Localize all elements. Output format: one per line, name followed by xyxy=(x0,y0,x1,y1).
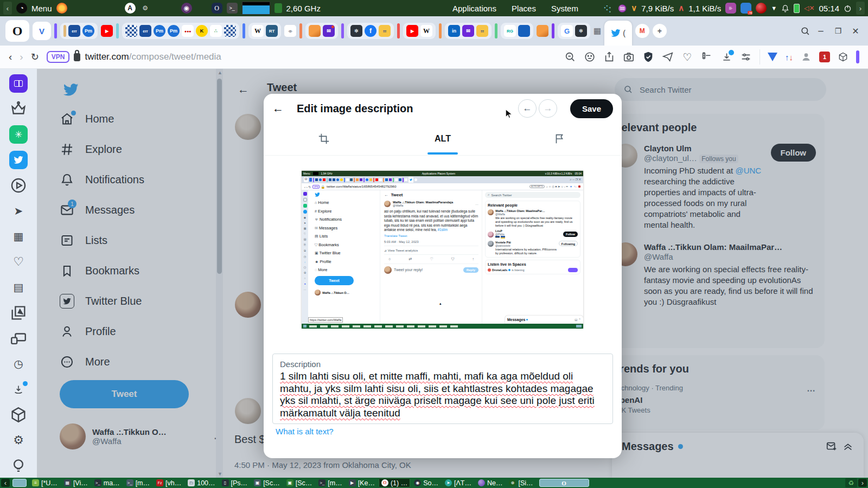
task-window[interactable]: 🗀100… xyxy=(185,478,218,487)
snapshot-camera-icon[interactable] xyxy=(623,51,635,63)
what-is-alt-text-link[interactable]: What is alt text? xyxy=(276,427,334,436)
history-clock-icon[interactable]: ◷ xyxy=(9,355,28,373)
reading-list-icon[interactable] xyxy=(701,51,713,63)
task-window[interactable]: Fz[vh… xyxy=(154,478,184,487)
tab-group-bar-violet2[interactable] xyxy=(552,23,554,38)
tips-bulb-icon[interactable] xyxy=(9,457,28,475)
tab-mail[interactable]: ✉ xyxy=(323,25,335,37)
tab-facebook[interactable]: f xyxy=(365,25,376,37)
ext-sidebar-toggle[interactable] xyxy=(856,50,859,63)
battery-icon[interactable] xyxy=(794,4,800,13)
tab-wheel[interactable]: ✲ xyxy=(575,25,587,37)
send-to-device-icon[interactable] xyxy=(662,51,674,63)
tab-gmail[interactable]: M xyxy=(635,24,649,38)
pinboard-icon[interactable] xyxy=(9,304,28,322)
tab-wikipedia[interactable]: W xyxy=(420,25,432,37)
task-window[interactable]: ▯[Ps… xyxy=(219,478,251,487)
window-restore-button[interactable]: ❐ xyxy=(831,27,845,35)
tab-group-bar-blue[interactable] xyxy=(242,23,245,38)
address-bar[interactable]: VPN twitter.com/compose/tweet/media xyxy=(47,51,557,63)
tab-group-bar-red[interactable] xyxy=(397,23,400,38)
description-textarea[interactable]: Description 1 silm lahti sisu oli, et mi… xyxy=(272,354,613,424)
settings-sliders-icon[interactable] xyxy=(740,51,752,63)
extensions-cube-icon[interactable] xyxy=(9,406,28,424)
tab-err[interactable]: err xyxy=(68,25,80,37)
tab-researchgate[interactable]: RG xyxy=(504,25,516,37)
save-button[interactable]: Save xyxy=(570,99,613,118)
browser-reload-button[interactable]: ↻ xyxy=(31,51,39,63)
tab-group-bar-orange[interactable] xyxy=(299,23,302,38)
modal-back-button[interactable]: ← xyxy=(272,102,284,115)
tab-group-bar-tan[interactable] xyxy=(63,25,66,37)
show-desktop-button[interactable] xyxy=(12,479,27,487)
workspace-grid-icon[interactable]: ▦ xyxy=(9,227,28,246)
ext-vpn-icon[interactable] xyxy=(768,53,777,61)
vpn-badge[interactable]: VPN xyxy=(47,51,70,63)
active-tab-twitter[interactable]: ( xyxy=(604,21,632,46)
menu-label[interactable]: Menu xyxy=(31,4,52,13)
menu-places[interactable]: Places xyxy=(512,4,536,13)
flow-devices-icon[interactable] xyxy=(9,329,28,348)
menu-icon[interactable]: ◔ xyxy=(16,3,27,14)
task-window[interactable]: ▦[Vi… xyxy=(61,478,91,487)
tab-err[interactable]: err xyxy=(139,25,151,37)
panel-collapse-left-icon[interactable]: ‹ xyxy=(3,2,12,15)
tab-dots[interactable]: ●●● xyxy=(182,25,194,37)
reading-list-book-icon[interactable] xyxy=(9,74,28,93)
tab-mail2[interactable]: ✉ xyxy=(462,25,474,37)
task-window[interactable]: ⊕[Si… xyxy=(506,478,535,487)
firefox-icon[interactable] xyxy=(56,3,67,14)
downloads-icon[interactable] xyxy=(720,51,732,63)
description-text[interactable]: 1 silm lahti sisu oli, et mitte maffi, m… xyxy=(280,370,605,419)
tab-youtube[interactable]: ▶ xyxy=(101,25,113,37)
tab-fox[interactable] xyxy=(309,25,321,37)
tab-estonia-coat[interactable]: ⚏ xyxy=(379,25,391,37)
tab-group-bar-green[interactable] xyxy=(495,23,497,38)
twitter-sidebar-icon[interactable] xyxy=(9,151,28,169)
settings-gear-icon[interactable]: ⚙ xyxy=(9,431,28,450)
tab-group-bar-violet[interactable] xyxy=(341,23,344,38)
next-image-button[interactable]: → xyxy=(539,99,557,118)
cpu-graph-widget[interactable] xyxy=(242,2,270,15)
news-card-icon[interactable]: ▤ xyxy=(9,278,28,297)
panel-collapse-right-icon[interactable]: › xyxy=(856,2,865,15)
window-close-button[interactable]: ✕ xyxy=(848,26,863,36)
tab-checker-flag[interactable] xyxy=(125,25,137,37)
workspaces-grid-icon[interactable]: ▦ xyxy=(593,26,601,36)
ext-counter-icon[interactable]: 1 xyxy=(819,52,830,62)
notifications-bell-icon[interactable] xyxy=(781,4,789,12)
taskbar-right-chevron[interactable]: › xyxy=(858,479,867,487)
tab-wikipedia[interactable]: W xyxy=(252,25,264,37)
search-app-icon[interactable]: A xyxy=(125,3,136,14)
clock[interactable]: 05:14 xyxy=(819,4,839,13)
crown-vpn-icon[interactable] xyxy=(9,100,28,118)
recycle-bin-icon[interactable]: ♻ xyxy=(845,478,857,487)
task-window[interactable]: ▶[Ke… xyxy=(346,478,378,487)
telegram-send-icon[interactable]: ➤ xyxy=(9,202,28,220)
power-icon[interactable] xyxy=(844,4,852,12)
terminal-tray-icon[interactable]: >_ xyxy=(227,3,238,14)
favorites-heart-icon[interactable]: ♡ xyxy=(9,253,28,271)
browser-back-button[interactable]: ‹ xyxy=(9,51,12,63)
taskbar-left-chevron[interactable]: ‹ xyxy=(1,479,10,487)
tab-wheel[interactable]: ✲ xyxy=(350,25,362,37)
tab-checker-flag[interactable] xyxy=(224,25,236,37)
ext-updown-icon[interactable]: ↑↓ xyxy=(785,53,793,62)
tab-postimees[interactable]: Pm xyxy=(82,25,94,37)
tor-icon[interactable]: ◉ xyxy=(181,3,192,14)
tab-postimees[interactable]: Pm xyxy=(154,25,165,37)
task-window[interactable]: ◉So… xyxy=(411,478,441,487)
tab-estonia-coat[interactable]: ⚏ xyxy=(476,25,488,37)
task-window[interactable]: >_[m… xyxy=(316,478,344,487)
tab-rt[interactable]: RT xyxy=(266,25,278,37)
tab-youtube[interactable]: ▶ xyxy=(406,25,418,37)
share-page-icon[interactable] xyxy=(603,51,615,63)
task-window[interactable]: ➤[ΛT… xyxy=(442,478,474,487)
task-window-active-opera[interactable]: O(1) … xyxy=(379,478,410,487)
task-window[interactable]: Ne… xyxy=(475,478,505,487)
reader-face-icon[interactable] xyxy=(584,51,596,63)
chatgpt-icon[interactable]: ✳ xyxy=(9,125,28,144)
tab-contact[interactable]: ⌯ xyxy=(284,25,296,37)
tab-group-bar-orange2[interactable] xyxy=(439,23,442,38)
task-window[interactable]: >_ma… xyxy=(92,478,123,487)
